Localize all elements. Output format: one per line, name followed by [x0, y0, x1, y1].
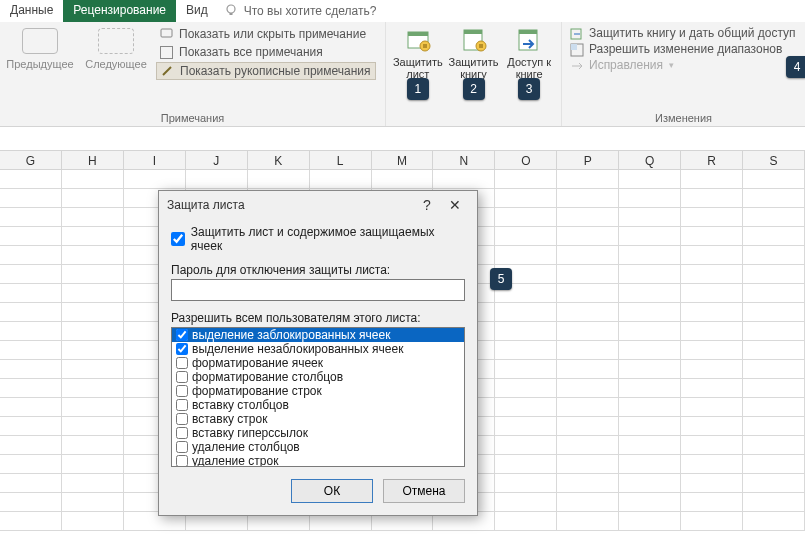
permission-item[interactable]: удаление столбцов	[172, 440, 464, 454]
permission-checkbox[interactable]	[176, 329, 188, 341]
col-header[interactable]: G	[0, 151, 62, 169]
permission-item[interactable]: вставку строк	[172, 412, 464, 426]
comment-icon	[160, 28, 173, 41]
permission-checkbox[interactable]	[176, 399, 188, 411]
permission-label: вставку гиперссылок	[192, 426, 308, 440]
allow-ranges-label: Разрешить изменение диапазонов	[589, 42, 782, 56]
annotation-badge-3: 3	[518, 78, 540, 100]
svg-rect-10	[479, 44, 483, 48]
dialog-help-button[interactable]: ?	[413, 197, 441, 213]
svg-rect-4	[408, 32, 428, 36]
permissions-label: Разрешить всем пользователям этого листа…	[171, 311, 465, 325]
share-book-label: Доступ к книге	[503, 56, 555, 80]
tab-data[interactable]: Данные	[0, 0, 63, 22]
permission-label: форматирование столбцов	[192, 370, 343, 384]
ink-icon	[161, 65, 174, 78]
next-comment-button[interactable]: Следующее	[82, 26, 150, 80]
tell-me-search[interactable]: Что вы хотите сделать?	[224, 0, 377, 22]
protect-contents-label: Защитить лист и содержимое защищаемых яч…	[191, 225, 465, 253]
permission-label: форматирование ячеек	[192, 356, 323, 370]
col-header[interactable]: J	[186, 151, 248, 169]
shield-share-icon	[570, 27, 583, 40]
col-header[interactable]: S	[743, 151, 805, 169]
protect-contents-input[interactable]	[171, 232, 185, 246]
prev-comment-label: Предыдущее	[6, 58, 74, 70]
share-book-button[interactable]: Доступ к книге 3	[503, 26, 555, 80]
permission-item[interactable]: форматирование столбцов	[172, 370, 464, 384]
svg-rect-6	[423, 44, 427, 48]
annotation-badge-5: 5	[490, 268, 512, 290]
permission-item[interactable]: выделение незаблокированных ячеек	[172, 342, 464, 356]
show-ink-button[interactable]: Показать рукописные примечания	[156, 62, 376, 80]
permission-label: выделение незаблокированных ячеек	[192, 342, 403, 356]
tab-view[interactable]: Вид	[176, 0, 218, 22]
col-header[interactable]: L	[310, 151, 372, 169]
permission-checkbox[interactable]	[176, 413, 188, 425]
changes-group-label: Изменения	[568, 110, 799, 124]
permission-checkbox[interactable]	[176, 385, 188, 397]
col-header[interactable]: O	[495, 151, 557, 169]
show-ink-label: Показать рукописные примечания	[180, 64, 371, 78]
annotation-badge-4: 4	[786, 56, 805, 78]
permission-label: вставку столбцов	[192, 398, 289, 412]
annotation-badge-2: 2	[463, 78, 485, 100]
protect-and-share-button[interactable]: Защитить книгу и дать общий доступ	[568, 26, 799, 40]
show-all-label: Показать все примечания	[179, 45, 323, 59]
next-comment-label: Следующее	[82, 58, 150, 70]
protect-sheet-label: Защитить лист	[392, 56, 444, 80]
permission-checkbox[interactable]	[176, 455, 188, 467]
permission-item[interactable]: вставку гиперссылок	[172, 426, 464, 440]
protect-sheet-dialog: Защита листа ? ✕ Защитить лист и содержи…	[158, 190, 478, 516]
password-input[interactable]	[171, 279, 465, 301]
permission-checkbox[interactable]	[176, 357, 188, 369]
protect-sheet-button[interactable]: Защитить лист 1	[392, 26, 444, 80]
comments-group-label: Примечания	[6, 110, 379, 124]
grid-row[interactable]	[0, 170, 805, 189]
col-header[interactable]: N	[433, 151, 495, 169]
permissions-listbox[interactable]: выделение заблокированных ячееквыделение…	[171, 327, 465, 467]
password-label: Пароль для отключения защиты листа:	[171, 263, 465, 277]
allow-edit-ranges-button[interactable]: Разрешить изменение диапазонов	[568, 42, 799, 56]
tab-review[interactable]: Рецензирование	[63, 0, 176, 22]
col-header[interactable]: P	[557, 151, 619, 169]
permission-item[interactable]: выделение заблокированных ячеек	[172, 328, 464, 342]
permission-label: удаление строк	[192, 454, 278, 467]
permission-item[interactable]: вставку столбцов	[172, 398, 464, 412]
dialog-close-button[interactable]: ✕	[441, 197, 469, 213]
prev-comment-button[interactable]: Предыдущее	[6, 26, 74, 80]
col-header[interactable]: I	[124, 151, 186, 169]
protect-book-button[interactable]: Защитить книгу 2	[448, 26, 500, 80]
show-hide-label: Показать или скрыть примечание	[179, 27, 366, 41]
permission-checkbox[interactable]	[176, 371, 188, 383]
col-header[interactable]: K	[248, 151, 310, 169]
svg-point-0	[227, 5, 235, 13]
col-header[interactable]: R	[681, 151, 743, 169]
permission-label: удаление столбцов	[192, 440, 300, 454]
col-header[interactable]: H	[62, 151, 124, 169]
permission-label: вставку строк	[192, 412, 267, 426]
permission-checkbox[interactable]	[176, 427, 188, 439]
ranges-icon	[570, 43, 583, 56]
permission-label: форматирование строк	[192, 384, 322, 398]
show-all-comments-button[interactable]: Показать все примечания	[156, 44, 376, 60]
track-changes-button[interactable]: Исправления ▾	[568, 58, 799, 72]
svg-rect-12	[519, 30, 537, 34]
permission-checkbox[interactable]	[176, 441, 188, 453]
track-changes-icon	[570, 59, 583, 72]
permission-item[interactable]: удаление строк	[172, 454, 464, 467]
col-header[interactable]: Q	[619, 151, 681, 169]
permission-checkbox[interactable]	[176, 343, 188, 355]
svg-rect-1	[229, 13, 232, 15]
ok-button[interactable]: ОК	[291, 479, 373, 503]
track-changes-label: Исправления	[589, 58, 663, 72]
svg-rect-8	[464, 30, 482, 34]
annotation-badge-1: 1	[407, 78, 429, 100]
cancel-button[interactable]: Отмена	[383, 479, 465, 503]
permission-item[interactable]: форматирование ячеек	[172, 356, 464, 370]
show-hide-comment-button[interactable]: Показать или скрыть примечание	[156, 26, 376, 42]
permission-item[interactable]: форматирование строк	[172, 384, 464, 398]
col-header[interactable]: M	[372, 151, 434, 169]
permission-label: выделение заблокированных ячеек	[192, 328, 390, 342]
lightbulb-icon	[224, 3, 238, 20]
protect-contents-checkbox[interactable]: Защитить лист и содержимое защищаемых яч…	[171, 225, 465, 253]
